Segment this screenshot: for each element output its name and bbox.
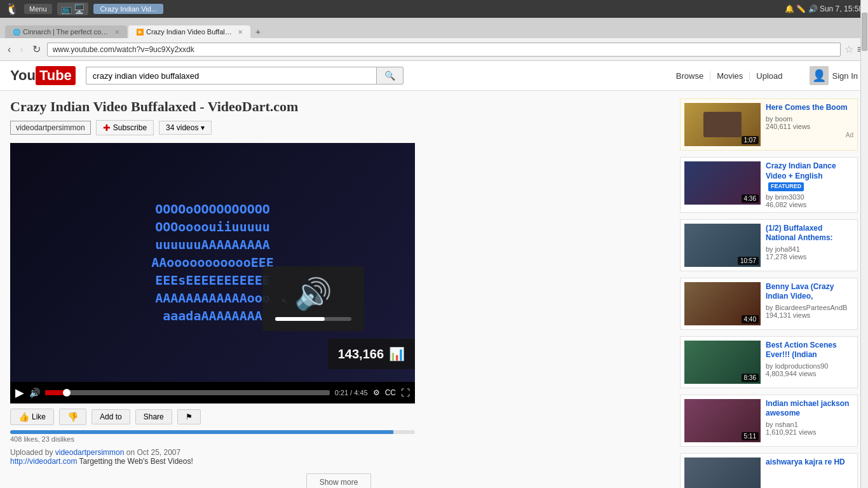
yt-logo[interactable]: You Tube (10, 66, 76, 85)
volume-button[interactable]: 🔊 (29, 388, 40, 398)
thumb-duration-0: 1:07 (742, 136, 759, 144)
tab-youtube[interactable]: ▶️ Crazy Indian Video Buffalax... ✕ (128, 25, 250, 38)
sidebar-channel-4: by lodproductions90 (766, 362, 853, 370)
videos-dropdown[interactable]: 34 videos ▾ (159, 121, 212, 135)
sign-in-area: 👤 Sign In (810, 66, 858, 85)
thumb-duration-4: 8:36 (742, 374, 759, 382)
search-input[interactable] (86, 67, 376, 85)
new-tab-button[interactable]: + (252, 25, 264, 38)
video-frame[interactable]: OOOOoOOOOOOOOOO OOOoooouiiuuuuu uuuuuuAA… (10, 143, 415, 382)
sign-in-link[interactable]: Sign In (832, 71, 858, 81)
sidebar-video-3[interactable]: 4:40 Benny Lava (Crazy Indian Video, by … (680, 278, 858, 330)
sidebar-channel-0: by boom (766, 115, 853, 123)
progress-bar[interactable] (45, 390, 330, 395)
thumb-image-1: 4:36 (684, 161, 761, 205)
thumb-image-0: 1:07 (684, 103, 761, 146)
time-display: 0:21 / 4:45 (335, 389, 368, 396)
sidebar-video-4[interactable]: 8:36 Best Action Scenes Ever!!! (Indian … (680, 336, 858, 388)
forward-button[interactable]: › (17, 43, 25, 57)
sidebar-info-3: Benny Lava (Crazy Indian Video, by Bicar… (766, 282, 853, 325)
sidebar-video-title-1[interactable]: Crazy Indian Dance Video + EnglishFEATUR… (766, 161, 853, 191)
sidebar-video-title-0[interactable]: Here Comes the Boom (766, 103, 853, 113)
uploader-link[interactable]: videodartpersimmon (55, 448, 125, 457)
thumb-image-2: 10:57 (684, 224, 761, 267)
thumbs-down-icon: 👎 (67, 412, 78, 422)
nav-upload[interactable]: Upload (750, 71, 789, 81)
fullscreen-button[interactable]: ⛶ (401, 388, 410, 398)
sidebar-video-title-2[interactable]: (1/2) Buffalaxed National Anthems: (766, 224, 853, 243)
sidebar-video-2[interactable]: 10:57 (1/2) Buffalaxed National Anthems:… (680, 219, 858, 271)
sidebar-thumb-5: 5:11 (684, 399, 761, 442)
thumb-image-5: 5:11 (684, 399, 761, 442)
sidebar-views-5: 1,610,921 views (766, 428, 853, 436)
volume-bar[interactable] (275, 317, 351, 321)
video-controls: ▶ 🔊 0:21 / 4:45 ⚙ CC ⛶ (10, 382, 415, 403)
tab-cinnarch[interactable]: 🌐 Cinnarch | The perfect com... ✕ (5, 25, 127, 38)
video-player: OOOOoOOOOOOOOOO OOOoooouiiuuuuu uuuuuuAA… (10, 143, 415, 403)
nav-browse[interactable]: Browse (670, 71, 710, 81)
view-count: 143,166 (338, 347, 384, 362)
show-more-button[interactable]: Show more (306, 473, 372, 488)
sidebar-video-title-4[interactable]: Best Action Scenes Ever!!! (Indian (766, 341, 853, 360)
sidebar-video-title-3[interactable]: Benny Lava (Crazy Indian Video, (766, 282, 853, 302)
flag-icon: ⚑ (186, 412, 193, 421)
sidebar-video-5[interactable]: 5:11 Indian michael jackson awesome by n… (680, 395, 858, 447)
video-line-4: AAoooooooooooEEE (151, 254, 274, 271)
share-button[interactable]: Share (135, 409, 172, 424)
sidebar-thumb-1: 4:36 (684, 161, 761, 208)
taskbar-tab[interactable]: Crazy Indian Vid... (93, 4, 163, 14)
yt-content: Crazy Indian Video Buffalaxed - VideoDar… (10, 98, 667, 488)
volume-bar-fill (275, 317, 325, 321)
scrollbar[interactable] (860, 0, 868, 488)
like-button[interactable]: 👍 Like (10, 409, 54, 425)
dislike-button[interactable]: 👎 (59, 409, 86, 425)
volume-icon: 🔊 (294, 276, 332, 312)
tab-close-2[interactable]: ✕ (238, 29, 243, 36)
scrollbar-thumb[interactable] (862, 13, 867, 51)
sidebar-video-0[interactable]: 1:07 Here Comes the Boom by boom 240,611… (680, 98, 858, 151)
channel-name[interactable]: videodartpersimmon (10, 121, 91, 135)
likes-text: 408 likes, 23 dislikes (10, 435, 667, 443)
yt-header: You Tube 🔍 Browse Movies Upload 👤 Sign I… (0, 61, 868, 91)
upload-info: Uploaded by videodartpersimmon on Oct 25… (10, 448, 667, 457)
sidebar-info-5: Indian michael jackson awesome by nshan1… (766, 399, 853, 442)
sidebar-video-title-5[interactable]: Indian michael jackson awesome (766, 399, 853, 419)
video-line-3: uuuuuuAAAAAAAAA (155, 236, 270, 254)
tab-bar: 🌐 Cinnarch | The perfect com... ✕ ▶️ Cra… (0, 18, 868, 38)
video-line-1: OOOOoOOOOOOOOOO (155, 200, 270, 218)
captions-button[interactable]: CC (385, 388, 396, 397)
thumb-duration-5: 5:11 (742, 432, 759, 440)
sidebar-video-title-6[interactable]: aishwarya kajra re HD (766, 458, 853, 468)
sidebar-video-6[interactable]: aishwarya kajra re HD (680, 453, 858, 488)
nav-movies[interactable]: Movies (710, 71, 750, 81)
sidebar-channel-5: by nshan1 (766, 421, 853, 428)
sidebar-views-3: 194,131 views (766, 311, 853, 319)
search-button[interactable]: 🔍 (376, 67, 403, 85)
likes-bar-section: 408 likes, 23 dislikes (10, 430, 667, 443)
video-line-5: EEEsEEEEEEEEEEE (155, 271, 270, 289)
url-bar[interactable] (47, 43, 841, 57)
tab-close-1[interactable]: ✕ (114, 29, 119, 36)
thumb-duration-1: 4:36 (742, 194, 759, 203)
settings-button[interactable]: ⚙ (373, 388, 380, 397)
sidebar-info-0: Here Comes the Boom by boom 240,611 view… (766, 103, 853, 146)
taskbar-icons: 📺 🖥️ (57, 3, 89, 15)
more-button[interactable]: ⚑ (177, 409, 201, 424)
back-button[interactable]: ‹ (5, 43, 13, 57)
nav-bar: ‹ › ↻ ☆ ≡ (0, 38, 868, 61)
sidebar-info-4: Best Action Scenes Ever!!! (Indian by lo… (766, 341, 853, 384)
progress-fill (45, 390, 68, 395)
chevron-down-icon: ▾ (201, 123, 205, 132)
sidebar-thumb-6 (684, 458, 761, 488)
bookmark-star[interactable]: ☆ (844, 43, 853, 55)
sidebar-info-2: (1/2) Buffalaxed National Anthems: by jo… (766, 224, 853, 267)
reload-button[interactable]: ↻ (30, 42, 43, 57)
menu-app[interactable]: Menu (24, 4, 52, 14)
play-button[interactable]: ▶ (15, 386, 24, 400)
channel-bar: videodartpersimmon ✚ Subscribe 34 videos… (10, 120, 667, 135)
website-link[interactable]: http://videodart.com (10, 457, 77, 466)
add-to-button[interactable]: Add to (92, 409, 130, 424)
subscribe-button[interactable]: ✚ Subscribe (96, 120, 154, 135)
yt-nav: Browse Movies Upload (670, 71, 789, 81)
sidebar-video-1[interactable]: 4:36 Crazy Indian Dance Video + EnglishF… (680, 157, 858, 213)
